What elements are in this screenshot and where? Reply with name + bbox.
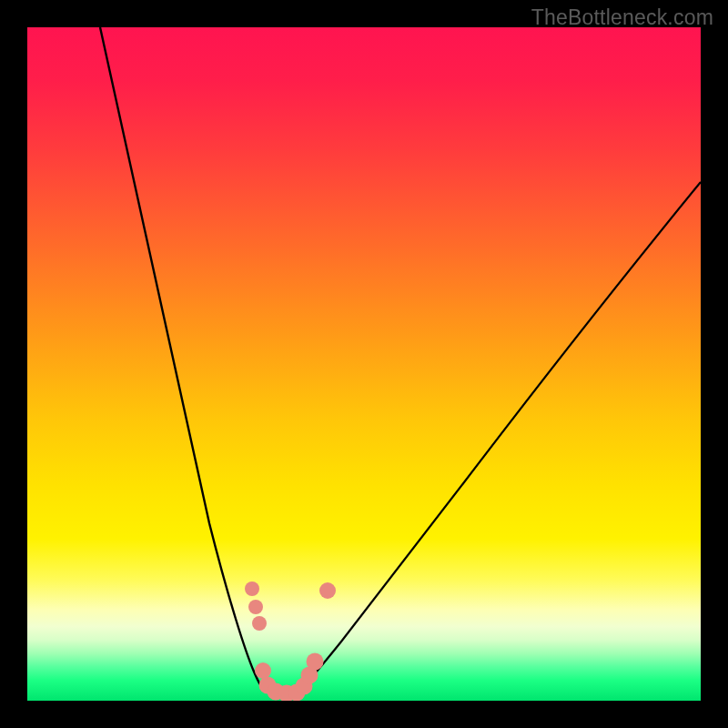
marker-dot <box>255 662 271 679</box>
marker-dot <box>307 653 324 671</box>
marker-dot <box>319 582 336 599</box>
marker-dot <box>245 581 259 596</box>
left-curve <box>100 27 264 690</box>
marker-dot <box>248 600 263 614</box>
right-curve <box>300 182 701 690</box>
plot-frame <box>27 27 701 701</box>
chart-svg <box>27 27 701 701</box>
marker-dot <box>252 616 267 631</box>
watermark-text: TheBottleneck.com <box>531 5 713 30</box>
